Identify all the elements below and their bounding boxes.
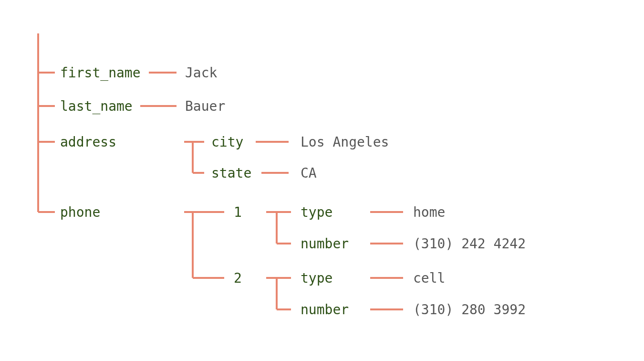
value-last-name: Bauer [185, 98, 225, 114]
key-phone2-number: number [301, 302, 349, 318]
tree-diagram: first_name Jack last_name Bauer address … [0, 0, 644, 361]
key-phone1-type: type [301, 204, 332, 220]
key-phone1: 1 [234, 204, 242, 220]
key-phone2: 2 [234, 270, 242, 286]
key-phone: phone [60, 204, 100, 220]
value-phone2-number: (310) 280 3992 [413, 302, 526, 318]
key-address: address [60, 134, 116, 150]
value-phone1-number: (310) 242 4242 [413, 236, 526, 252]
value-city: Los Angeles [301, 134, 389, 150]
key-first-name: first_name [60, 65, 141, 81]
value-first-name: Jack [185, 65, 218, 81]
key-phone2-type: type [301, 270, 332, 286]
key-last-name: last_name [60, 98, 133, 115]
key-phone1-number: number [301, 236, 349, 252]
key-city: city [211, 134, 243, 150]
value-phone2-type: cell [413, 270, 445, 286]
key-state: state [211, 165, 251, 181]
value-phone1-type: home [413, 204, 445, 220]
value-state: CA [301, 165, 317, 181]
